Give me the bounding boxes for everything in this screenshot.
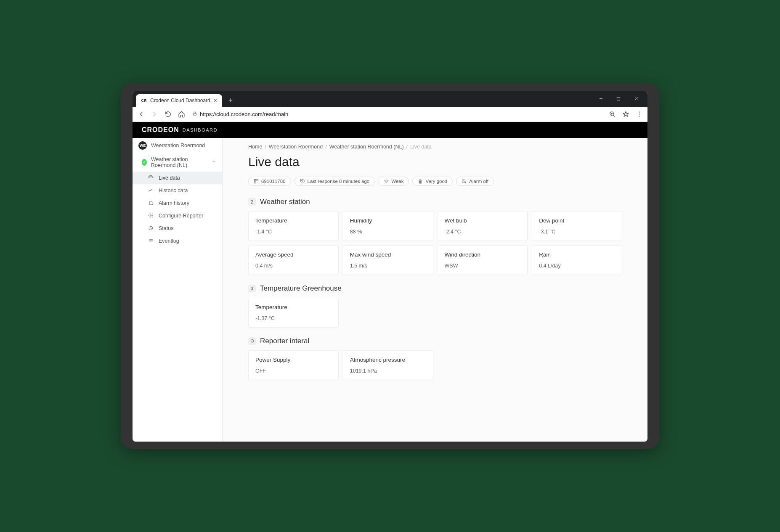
metric-label: Power Supply (255, 357, 332, 363)
section-title: Temperature Greenhouse (260, 284, 342, 293)
section-badge: 3 (248, 285, 256, 292)
svg-rect-19 (257, 179, 258, 181)
sidebar-station[interactable]: ✓ Weather station Roermond (NL) (133, 153, 222, 172)
status-chip[interactable]: 691011780 (248, 177, 291, 186)
menu-dots-icon[interactable] (635, 110, 643, 118)
breadcrumb-link[interactable]: Home (248, 144, 262, 150)
breadcrumb-link[interactable]: Weerstation Roermond (269, 144, 323, 150)
home-icon[interactable] (177, 110, 186, 118)
gear-icon (148, 213, 154, 218)
sidebar-item-label: Eventlog (159, 238, 179, 244)
sidebar-item-eventlog[interactable]: Eventlog (133, 235, 222, 247)
metric-card[interactable]: Max wind speed1.5 m/s (343, 245, 433, 275)
forward-icon[interactable] (150, 110, 159, 118)
sidebar-item-status[interactable]: Status (133, 222, 222, 235)
chip-label: Alarm off (469, 179, 488, 184)
metric-value: -1.4 °C (255, 229, 332, 235)
wifi-icon (384, 179, 389, 184)
status-chip[interactable]: Alarm off (456, 177, 494, 186)
reload-icon[interactable] (164, 110, 172, 118)
metric-label: Wind direction (445, 251, 521, 258)
metric-value: 0.4 L/day (539, 263, 615, 269)
svg-rect-18 (255, 179, 256, 181)
chip-label: Very good (425, 179, 447, 184)
metric-label: Temperature (255, 304, 332, 310)
status-chip[interactable]: Weak (378, 177, 409, 186)
metric-card[interactable]: Wet bulb-2.4 °C (438, 211, 528, 241)
section-title: Weather station (260, 198, 310, 206)
svg-rect-24 (420, 179, 421, 180)
broadcast-icon (148, 175, 154, 180)
sidebar-item-configure-reporter[interactable]: Configure Reporter (133, 209, 222, 222)
sidebar-project[interactable]: WE Weerstation Roermond (133, 138, 222, 153)
sidebar-item-historic-data[interactable]: Historic data (133, 184, 222, 197)
browser-tab[interactable]: CR Crodeon Cloud Dashboard × (136, 94, 222, 107)
maximize-icon[interactable] (610, 92, 627, 106)
card-grid: Power SupplyOFFAtmospheric pressure1019.… (248, 350, 622, 380)
browser-tabbar: CR Crodeon Cloud Dashboard × + (133, 91, 647, 107)
chip-label: 691011780 (261, 179, 286, 184)
metric-value: 1019.1 hPa (350, 368, 426, 374)
history-icon (300, 179, 305, 184)
svg-point-10 (639, 114, 639, 114)
svg-rect-1 (617, 97, 620, 100)
breadcrumb-current: Live data (410, 144, 432, 150)
minimize-icon[interactable] (592, 92, 610, 106)
breadcrumb: Home/Weerstation Roermond/Weather statio… (248, 144, 622, 150)
status-chip[interactable]: Very good (412, 177, 453, 186)
page-title: Live data (248, 155, 622, 169)
svg-point-11 (639, 116, 639, 116)
status-chip[interactable]: Last response 8 minutes ago (294, 177, 375, 186)
station-status-dot: ✓ (142, 159, 147, 166)
metric-card[interactable]: Atmospheric pressure1019.1 hPa (343, 350, 433, 380)
sidebar-item-label: Status (159, 225, 173, 231)
qr-icon (254, 179, 259, 184)
url-text: https://cloud.crodeon.com/read/main (200, 111, 288, 117)
zoom-icon[interactable] (608, 110, 616, 118)
metric-card[interactable]: Temperature-1.37 °C (248, 298, 339, 328)
metric-value: -1.37 °C (255, 315, 332, 321)
metric-card[interactable]: Humidity88 % (343, 211, 433, 241)
close-tab-icon[interactable]: × (214, 97, 217, 104)
lock-icon (192, 111, 197, 117)
project-name: Weerstation Roermond (151, 143, 205, 148)
close-window-icon[interactable] (627, 92, 645, 106)
new-tab-button[interactable]: + (225, 95, 236, 107)
battery-icon (418, 179, 423, 184)
metric-card[interactable]: Rain0.4 L/day (532, 245, 622, 275)
back-icon[interactable] (137, 110, 145, 118)
svg-rect-4 (194, 113, 196, 115)
sidebar-item-label: Alarm history (159, 200, 189, 206)
section-header: ⊙Reporter interal (248, 337, 622, 345)
section-badge: 2 (248, 198, 256, 206)
metric-card[interactable]: Temperature-1.4 °C (248, 211, 339, 241)
main-content: Home/Weerstation Roermond/Weather statio… (223, 138, 647, 442)
tab-favicon: CR (141, 98, 147, 103)
metric-card[interactable]: Power SupplyOFF (248, 350, 339, 380)
card-grid: Temperature-1.37 °C (248, 298, 622, 328)
metric-card[interactable]: Average speed0.4 m/s (248, 245, 339, 275)
svg-rect-20 (255, 182, 256, 183)
chip-label: Weak (391, 179, 403, 184)
sidebar-item-alarm-history[interactable]: Alarm history (133, 197, 222, 209)
metric-label: Average speed (255, 251, 332, 258)
metric-label: Rain (539, 251, 615, 258)
browser-addressbar: https://cloud.crodeon.com/read/main (133, 107, 647, 122)
metric-value: 1.5 m/s (350, 263, 426, 269)
metric-value: -3.1 °C (539, 229, 615, 235)
chart-icon (148, 188, 154, 193)
breadcrumb-link[interactable]: Weather station Roermond (NL) (329, 144, 404, 150)
section-title: Reporter interal (260, 337, 309, 345)
app-header: CRODEON DASHBOARD (133, 122, 647, 138)
bell-off-icon (462, 179, 467, 184)
tablet-frame: CR Crodeon Cloud Dashboard × + (121, 83, 659, 449)
breadcrumb-separator: / (265, 144, 266, 150)
chevron-up-icon (211, 159, 216, 165)
sidebar-item-label: Live data (159, 175, 180, 181)
metric-card[interactable]: Dew point-3.1 °C (532, 211, 622, 241)
metric-card[interactable]: Wind directionWSW (438, 245, 528, 275)
address-url[interactable]: https://cloud.crodeon.com/read/main (192, 111, 288, 117)
star-icon[interactable] (621, 110, 630, 118)
sidebar-item-live-data[interactable]: Live data (133, 172, 222, 184)
chip-label: Last response 8 minutes ago (308, 179, 370, 184)
